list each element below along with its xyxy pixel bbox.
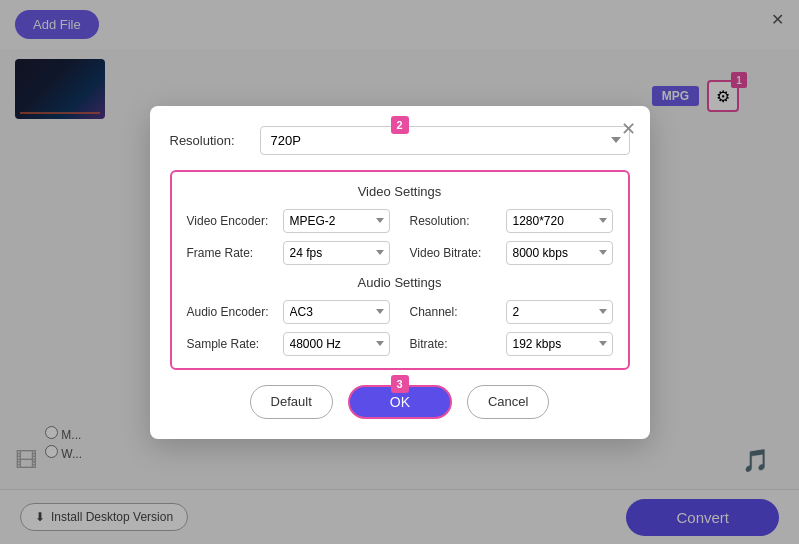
audio-encoder-label: Audio Encoder: (187, 305, 277, 319)
resolution-field-select[interactable]: 1280*720 (506, 209, 613, 233)
audio-settings-title: Audio Settings (187, 275, 613, 290)
settings-modal: ✕ 2 Resolution: 720P Video Settings Vide… (150, 106, 650, 439)
default-button[interactable]: Default (250, 385, 333, 419)
video-encoder-label: Video Encoder: (187, 214, 277, 228)
cancel-button[interactable]: Cancel (467, 385, 549, 419)
modal-buttons: Default OK Cancel 3 (170, 385, 630, 419)
video-settings-grid: Video Encoder: MPEG-2 Resolution: 1280*7… (187, 209, 613, 265)
video-settings-title: Video Settings (187, 184, 613, 199)
modal-overlay: ✕ 2 Resolution: 720P Video Settings Vide… (0, 0, 799, 544)
badge-3: 3 (391, 375, 409, 393)
bitrate-select[interactable]: 192 kbps (506, 332, 613, 356)
channel-select[interactable]: 2 (506, 300, 613, 324)
audio-encoder-select[interactable]: AC3 (283, 300, 390, 324)
video-encoder-row: Video Encoder: MPEG-2 (187, 209, 390, 233)
channel-label: Channel: (410, 305, 500, 319)
bitrate-label: Bitrate: (410, 337, 500, 351)
app-background: Add File ✕ MPG ⚙ 1 M... W... 🎞 🎵 ⬇ Insta… (0, 0, 799, 544)
settings-box: Video Settings Video Encoder: MPEG-2 Res… (170, 170, 630, 370)
resolution-field-label: Resolution: (410, 214, 500, 228)
video-bitrate-row: Video Bitrate: 8000 kbps (410, 241, 613, 265)
modal-close-button[interactable]: ✕ (621, 118, 636, 140)
sample-rate-label: Sample Rate: (187, 337, 277, 351)
frame-rate-row: Frame Rate: 24 fps (187, 241, 390, 265)
audio-settings-grid: Audio Encoder: AC3 Channel: 2 Sample Rat… (187, 300, 613, 356)
bitrate-row: Bitrate: 192 kbps (410, 332, 613, 356)
resolution-select[interactable]: 720P (260, 126, 630, 155)
resolution-field-row: Resolution: 1280*720 (410, 209, 613, 233)
video-bitrate-select[interactable]: 8000 kbps (506, 241, 613, 265)
sample-rate-select[interactable]: 48000 Hz (283, 332, 390, 356)
frame-rate-label: Frame Rate: (187, 246, 277, 260)
channel-row: Channel: 2 (410, 300, 613, 324)
resolution-row-label: Resolution: (170, 133, 250, 148)
video-encoder-select[interactable]: MPEG-2 (283, 209, 390, 233)
video-bitrate-label: Video Bitrate: (410, 246, 500, 260)
frame-rate-select[interactable]: 24 fps (283, 241, 390, 265)
badge-2: 2 (391, 116, 409, 134)
sample-rate-row: Sample Rate: 48000 Hz (187, 332, 390, 356)
audio-encoder-row: Audio Encoder: AC3 (187, 300, 390, 324)
